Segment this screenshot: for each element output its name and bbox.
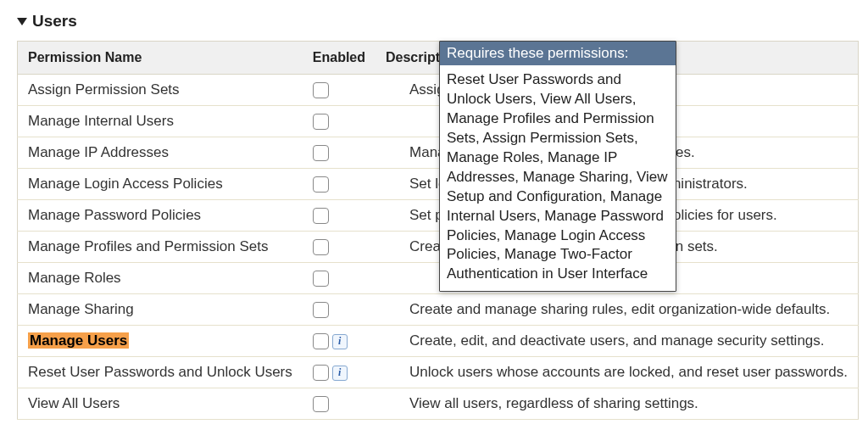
enable-checkbox[interactable] — [313, 145, 329, 161]
info-icon[interactable] — [332, 366, 348, 381]
permission-name: Manage Password Policies — [28, 207, 201, 223]
enable-checkbox[interactable] — [313, 114, 329, 130]
permission-name: Assign Permission Sets — [28, 81, 180, 98]
enable-checkbox[interactable] — [313, 396, 329, 412]
permission-description: Unlock users whose accounts are locked, … — [376, 357, 858, 388]
permissions-table: Permission Name Enabled Description Assi… — [17, 41, 859, 420]
table-row: Assign Permission SetsAssign permission … — [18, 75, 859, 106]
collapse-triangle-icon — [17, 18, 27, 25]
table-row: Manage Password PoliciesSet password pol… — [18, 200, 859, 232]
tooltip-title: Requires these permissions: — [440, 42, 676, 65]
permission-name: Manage Roles — [28, 270, 121, 286]
enable-checkbox[interactable] — [313, 302, 329, 318]
tooltip-body: Reset User Passwords and Unlock Users, V… — [440, 65, 676, 291]
enable-checkbox[interactable] — [313, 82, 329, 98]
enable-checkbox[interactable] — [313, 333, 329, 349]
permission-description: View all users, regardless of sharing se… — [376, 388, 858, 420]
permission-name: Manage Sharing — [28, 301, 134, 317]
permission-name: Manage Users — [28, 332, 129, 349]
table-row: Manage Login Access PoliciesSet login ac… — [18, 169, 859, 200]
table-row: Manage Internal Users — [18, 106, 859, 137]
table-row: Manage Profiles and Permission SetsCreat… — [18, 232, 859, 263]
permission-name: Reset User Passwords and Unlock Users — [28, 364, 292, 380]
enable-checkbox[interactable] — [313, 271, 329, 287]
requires-permissions-tooltip: Requires these permissions: Reset User P… — [439, 41, 676, 292]
column-header-name: Permission Name — [18, 42, 303, 75]
table-row: Manage Roles — [18, 263, 859, 294]
table-row: Manage SharingCreate and manage sharing … — [18, 294, 859, 326]
enable-checkbox[interactable] — [313, 239, 329, 255]
permission-name: Manage Internal Users — [28, 113, 174, 129]
permission-name: View All Users — [28, 395, 120, 411]
permission-name: Manage Profiles and Permission Sets — [28, 238, 268, 254]
table-row: Manage UsersCreate, edit, and deactivate… — [18, 326, 859, 357]
enable-checkbox[interactable] — [313, 208, 329, 224]
table-row: Manage IP AddressesManage trusted IP add… — [18, 137, 859, 169]
permission-name: Manage IP Addresses — [28, 144, 169, 160]
permission-name: Manage Login Access Policies — [28, 176, 223, 192]
table-row: Reset User Passwords and Unlock UsersUnl… — [18, 357, 859, 388]
section-title: Users — [32, 12, 77, 31]
section-header[interactable]: Users — [17, 12, 851, 31]
enable-checkbox[interactable] — [313, 365, 329, 381]
info-icon[interactable] — [332, 334, 348, 349]
permission-description: Create, edit, and deactivate users, and … — [376, 326, 858, 357]
table-row: View All UsersView all users, regardless… — [18, 388, 859, 420]
column-header-enabled: Enabled — [303, 42, 376, 75]
permission-description: Create and manage sharing rules, edit or… — [376, 294, 858, 326]
enable-checkbox[interactable] — [313, 176, 329, 193]
